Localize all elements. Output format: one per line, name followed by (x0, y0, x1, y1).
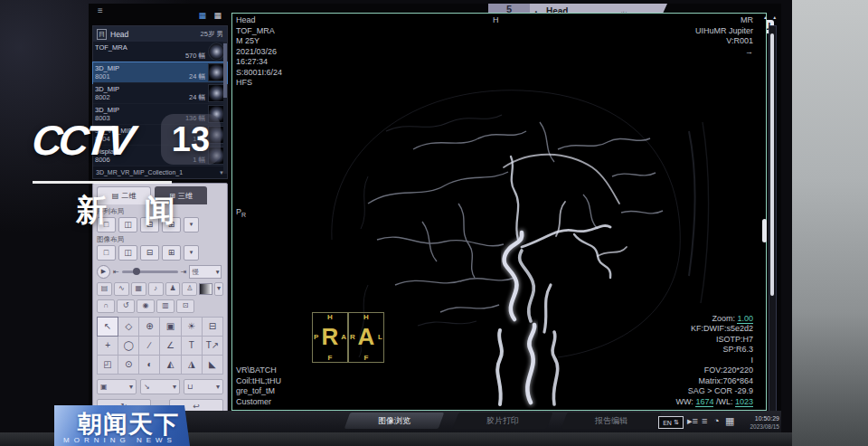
program-banner: 朝闻天下 MORNING NEWS (54, 405, 190, 446)
series-count: 24 幅 (189, 72, 208, 81)
image-layout-1x1[interactable]: □ (97, 245, 116, 261)
image-layout-1x2[interactable]: ◫ (118, 245, 137, 261)
patient-header-name: Head (110, 30, 128, 39)
language-switch[interactable]: EN⇅ (658, 416, 684, 429)
tool-enhance[interactable]: ☀ (182, 318, 202, 336)
tool-pan[interactable]: ◇ (118, 318, 138, 336)
tool-flip-vertical[interactable]: ◮ (182, 356, 202, 374)
scroll-markers: ▲ ▲ (763, 14, 781, 20)
patient-age-sex: 25岁 男 (201, 30, 223, 39)
tool-crop[interactable]: ▣ (160, 318, 180, 336)
tool-body-marker[interactable]: ♟ (165, 282, 181, 296)
series-id: 8001 (95, 72, 110, 81)
chevron-down-icon: ▾ (129, 383, 133, 391)
image-layout-more[interactable]: ▾ (184, 245, 199, 261)
cine-play-button[interactable]: ▶ (97, 265, 110, 279)
orientation-cubes: H P R A F H R A L F (312, 312, 384, 363)
list-view-icon[interactable]: ▦ (213, 11, 224, 20)
series-name: 3D_MIP (95, 85, 208, 93)
tool-invert-contrast[interactable]: ◐ (139, 356, 159, 374)
series-count: 570 幅 (185, 52, 208, 60)
series-item-selected[interactable]: 3D_MIP 800124 幅 (93, 62, 227, 83)
chevron-down-icon: ▾ (173, 383, 176, 391)
series-name: TOF_MRA (95, 43, 208, 52)
thumbnail-view-icon[interactable]: ▦ (198, 11, 209, 20)
tool-text-arrow[interactable]: T↗ (203, 337, 222, 355)
program-title-en: MORNING NEWS (63, 436, 176, 444)
preset-more[interactable]: ▾ (214, 282, 223, 296)
tool-rotate[interactable]: ◣ (203, 356, 222, 374)
tool-crop-delete[interactable]: ⊟ (203, 318, 222, 336)
tool-undo-loop[interactable]: ↺ (117, 299, 135, 313)
series-name: 3D_MIP (95, 64, 208, 72)
queue-icon[interactable]: ▸≡ (687, 415, 698, 427)
orientation-top-label: H (493, 15, 499, 26)
calendar-icon: 日 (97, 29, 107, 40)
chevron-down-icon: ▾ (216, 268, 220, 276)
tool-report-chart[interactable]: ▥ (156, 299, 175, 313)
viewport-scrollbar[interactable] (769, 25, 777, 416)
send-combo-button[interactable]: ⊔▾ (184, 379, 223, 394)
background-wall (792, 0, 868, 446)
image-viewport[interactable]: HeadTOF_MRA M 25Y2021/03/26 16:27:34S:80… (231, 13, 767, 411)
patient-header-row[interactable]: 日 Head 25岁 男 (93, 26, 227, 42)
time-text: 10:50:29 (732, 414, 779, 422)
tool-curve[interactable]: ∿ (114, 282, 129, 296)
chevron-down-icon: ▾ (216, 383, 220, 391)
cctv-news-label: 新 闻 (76, 190, 189, 232)
series-count: 24 幅 (189, 93, 208, 101)
image-layout-2x1[interactable]: ⊟ (140, 245, 159, 261)
tool-chart[interactable]: ▦ (131, 282, 146, 296)
tool-crosshair[interactable]: + (98, 337, 118, 355)
system-clock: 10:50:29 2023/08/15 (732, 414, 779, 431)
task-list-icon[interactable]: ≡ (702, 415, 707, 426)
tool-zoom-box[interactable]: ◰ (98, 356, 118, 374)
tv-frame: ≡ 5 向前 ▾ ♟ Head TOF_MRA 25岁 联影 UNITED IM… (0, 0, 868, 446)
cctv-underline (33, 181, 172, 184)
image-layout-2x2[interactable]: ⊞ (162, 245, 181, 261)
tool-ellipse-roi[interactable]: ◯ (118, 337, 138, 355)
scrollbar-handle[interactable] (762, 219, 767, 242)
tool-copy[interactable]: ⊡ (176, 299, 194, 313)
tool-angle-measure[interactable]: ∠ (160, 337, 180, 355)
cine-slider[interactable] (122, 270, 178, 273)
tool-histogram[interactable]: ▤ (97, 282, 112, 296)
orientation-cube-a: H R A L F (348, 312, 384, 363)
tool-cursor[interactable]: ↖ (98, 318, 118, 336)
tool-magnifier[interactable]: ⊙ (118, 356, 138, 374)
save-combo-button[interactable]: ▣▾ (97, 379, 137, 394)
clock-icon[interactable]: ◔ (713, 415, 720, 426)
tool-grid: ↖ ◇ ⊕ ▣ ☀ ⊟ + ◯ ∕ ∠ T T↗ ◰ ⊙ ◐ ◭ ◮ (97, 317, 223, 375)
tab-report-edit[interactable]: 报告编辑 (561, 413, 662, 429)
date-text: 2023/08/15 (732, 422, 779, 431)
series-id: 8002 (95, 93, 110, 101)
updown-icon: ⇅ (674, 419, 679, 426)
cctv-channel-number: 13 (161, 114, 221, 165)
series-item[interactable]: TOF_MRA 570 幅 (93, 42, 227, 62)
scrollbar-thumb[interactable] (770, 33, 774, 296)
orientation-cube-r: H P R A F (312, 312, 348, 363)
tool-text[interactable]: T (182, 337, 202, 355)
dicom-overlay-topright: MRUIHuMR Jupiter V:R001→ (695, 15, 753, 57)
cine-first-icon[interactable]: ⇤ (113, 268, 119, 276)
orientation-left-label: PR (236, 207, 246, 220)
window-preset-gradient[interactable] (199, 283, 212, 295)
tool-line-measure[interactable]: ∕ (139, 337, 159, 355)
tool-magnet[interactable]: ∩ (97, 299, 115, 313)
tool-body-marker2[interactable]: ♙ (182, 282, 197, 296)
tool-annotation[interactable]: ♪ (148, 282, 164, 296)
export-combo-button[interactable]: ↘▾ (140, 379, 180, 394)
tool-flip-horizontal[interactable]: ◭ (160, 356, 180, 374)
series-name: 3D_MIP (95, 106, 208, 114)
cine-last-icon[interactable]: ⇥ (181, 268, 187, 276)
tab-film-print[interactable]: 胶片打印 (453, 413, 553, 429)
tool-zoom[interactable]: ⊕ (139, 318, 159, 336)
tool-target[interactable]: ◉ (137, 299, 155, 313)
cctv-wordmark: CCTV (30, 116, 134, 165)
dicom-overlay-topleft: HeadTOF_MRA M 25Y2021/03/26 16:27:34S:80… (236, 15, 282, 89)
series-item[interactable]: 3D_MIP 800224 幅 (93, 83, 227, 104)
cine-speed-select[interactable]: 慢 ▾ (189, 265, 222, 279)
tab-image-browse[interactable]: 图像浏览 (344, 413, 445, 429)
cine-slider-knob[interactable] (133, 268, 140, 275)
dicom-overlay-bottomright: Zoom: 1.00 KF:DWIF:s5e2d2 ISOTP:H7 SP:R6… (676, 314, 753, 408)
